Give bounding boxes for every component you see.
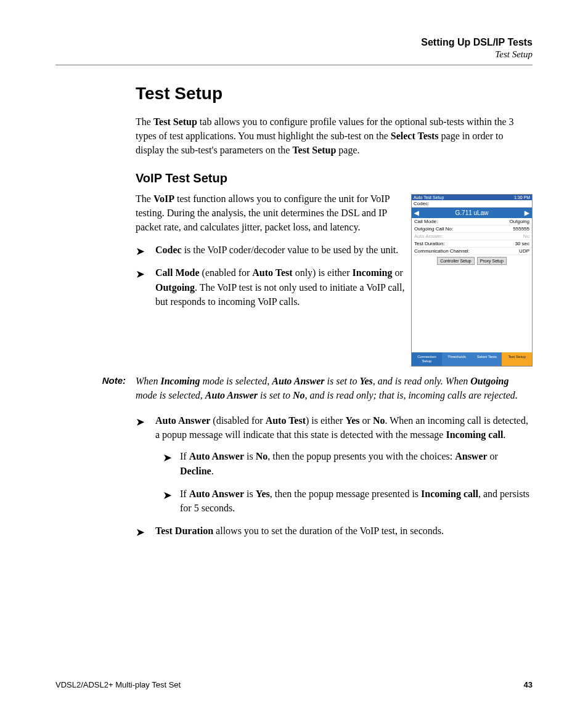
note-label: Note: bbox=[55, 374, 136, 402]
chevron-left-icon: ◀ bbox=[414, 209, 419, 216]
fig-status-time: 1:30 PM bbox=[514, 195, 530, 200]
fig-tab-test-setup: Test Setup bbox=[502, 352, 532, 365]
header-rule bbox=[55, 65, 533, 65]
page-number: 43 bbox=[524, 680, 533, 689]
note-body: When Incoming mode is selected, Auto Ans… bbox=[136, 374, 533, 402]
section-name-header: Test Setup bbox=[55, 49, 533, 60]
fig-tab-thresholds: Thresholds bbox=[442, 352, 472, 365]
bullet-test-duration: Test Duration allows you to set the dura… bbox=[136, 524, 533, 538]
fig-controller-setup-button: Controller Setup bbox=[437, 257, 475, 265]
bullet-list-2: Auto Answer (disabled for Auto Test) is … bbox=[136, 413, 533, 538]
fig-tab-select-tests: Select Tests bbox=[472, 352, 502, 365]
subsection-title: VoIP Test Setup bbox=[136, 171, 533, 185]
bullet-call-mode: Call Mode (enabled for Auto Test only) i… bbox=[136, 266, 533, 309]
fig-codec-selector: ◀ G.711 uLaw ▶ bbox=[412, 208, 532, 218]
fig-proxy-setup-button: Proxy Setup bbox=[477, 257, 507, 265]
footer-product-name: VDSL2/ADSL2+ Multi-play Test Set bbox=[55, 680, 181, 689]
bullet-list-1: Codec is the VoIP coder/decoder value to… bbox=[136, 243, 533, 309]
intro-paragraph: The Test Setup tab allows you to configu… bbox=[136, 115, 533, 158]
bullet-auto-answer-no: If Auto Answer is No, then the popup pre… bbox=[163, 449, 533, 477]
chevron-right-icon: ▶ bbox=[525, 209, 529, 216]
bullet-auto-answer: Auto Answer (disabled for Auto Test) is … bbox=[136, 413, 533, 515]
fig-status-title: Auto Test Setup bbox=[414, 195, 444, 200]
bullet-codec: Codec is the VoIP coder/decoder value to… bbox=[136, 243, 533, 257]
voip-intro-paragraph: The VoIP test function allows you to con… bbox=[136, 192, 405, 235]
fig-tab-connection-setup: Connection Setup bbox=[412, 352, 442, 365]
fig-codec-value: G.711 uLaw bbox=[455, 209, 489, 216]
bullet-auto-answer-yes: If Auto Answer is Yes, then the popup me… bbox=[163, 487, 533, 515]
section-title: Test Setup bbox=[136, 84, 533, 103]
chapter-title: Setting Up DSL/IP Tests bbox=[55, 37, 533, 48]
fig-codec-label: Codec: bbox=[412, 200, 532, 208]
note-block: Note: When Incoming mode is selected, Au… bbox=[55, 374, 533, 402]
